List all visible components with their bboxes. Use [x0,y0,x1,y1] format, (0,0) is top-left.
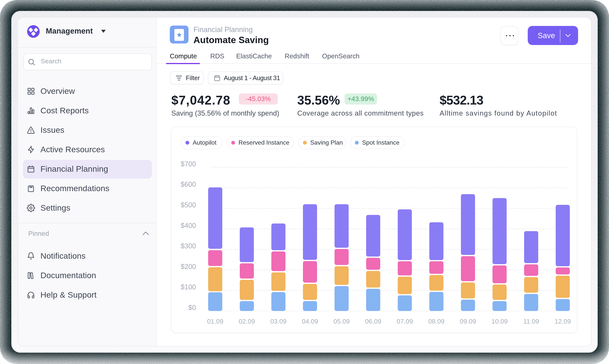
svg-text:11.09: 11.09 [523,317,539,325]
svg-text:02.09: 02.09 [239,317,255,325]
svg-text:$300: $300 [181,242,196,250]
svg-text:$600: $600 [181,180,196,188]
svg-text:04.09: 04.09 [302,317,318,325]
svg-text:$400: $400 [181,221,196,229]
svg-text:$200: $200 [181,262,196,270]
svg-text:08.09: 08.09 [428,317,444,325]
svg-text:$0: $0 [188,303,196,311]
svg-text:05.09: 05.09 [334,317,350,325]
svg-text:$100: $100 [181,283,196,291]
svg-text:$700: $700 [181,160,196,168]
svg-text:12.09: 12.09 [555,317,571,325]
svg-text:09.09: 09.09 [460,317,476,325]
svg-text:03.09: 03.09 [270,317,286,325]
svg-text:01.09: 01.09 [207,317,223,325]
svg-text:$500: $500 [181,201,196,209]
svg-text:10.09: 10.09 [492,317,508,325]
svg-text:06.09: 06.09 [365,317,381,325]
svg-text:07.09: 07.09 [397,317,413,325]
